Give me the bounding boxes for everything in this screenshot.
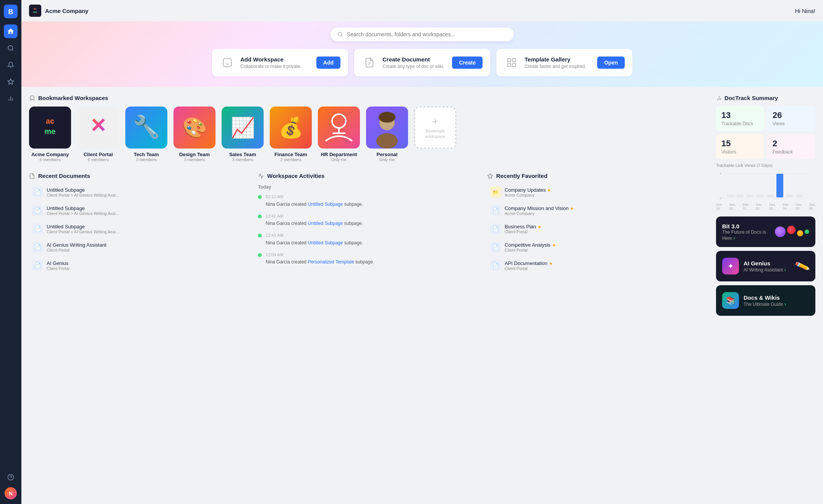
workspace-card-add-bookmark[interactable]: + Bookmarkworkspace	[414, 107, 456, 162]
open-template-button[interactable]: Open	[597, 57, 625, 69]
promo-orbs-bit30	[775, 226, 809, 237]
workspace-thumb-add: + Bookmarkworkspace	[414, 107, 456, 149]
activity-dot	[258, 195, 262, 199]
workspace-card-acme[interactable]: ac me Acme Company 6 members	[29, 107, 71, 162]
doc-path: Client Portal > AI Genius Writing Assi..…	[47, 211, 119, 216]
svg-marker-4	[8, 79, 14, 84]
workspace-card-design[interactable]: 🎨 Design Team 3 members	[173, 107, 215, 162]
create-document-card: Create Document Create any type of doc o…	[354, 49, 490, 76]
doc-icon: 📄	[32, 187, 43, 197]
fav-item-0[interactable]: 📁 Company Updates★ Acme Company	[487, 184, 708, 200]
chart-date-0: Nov29	[716, 203, 722, 210]
activity-time: 12:41 AM	[266, 232, 363, 239]
promo-card-bit30[interactable]: Bit 3.0 The Future of Docs is Here ›	[716, 216, 815, 247]
doctrack-title: DocTrack Summary	[724, 95, 778, 101]
doc-item[interactable]: 📄 Untitled Subpage Client Portal > AI Ge…	[29, 184, 250, 200]
fav-name-4: API Documentation★	[505, 260, 553, 266]
svg-point-41	[376, 133, 398, 149]
create-document-title: Create Document	[382, 56, 447, 63]
search-input[interactable]	[347, 31, 507, 37]
stat-visitors: 15 Visitors	[716, 134, 764, 159]
doc-item[interactable]: 📄 Untitled Subpage Client Portal > AI Ge…	[29, 221, 250, 236]
fav-icon-4: 📄	[490, 260, 501, 271]
workspace-card-personal[interactable]: Personal Only me	[366, 107, 408, 162]
activity-text-after: subpage.	[354, 259, 374, 265]
fav-item-3[interactable]: 📄 Competitive Analysis★ Client Portal	[487, 239, 708, 255]
svg-rect-55	[766, 194, 773, 197]
activity-text-before: Nina Garcia created	[266, 259, 308, 265]
sidebar-search-icon[interactable]	[4, 41, 18, 55]
fav-sub-3: Client Portal	[505, 248, 556, 252]
svg-line-3	[12, 49, 13, 50]
fav-icon-3: 📄	[490, 242, 501, 252]
stat-feedback: 2 Feedback	[767, 134, 815, 159]
fav-name-2: Business Plan★	[505, 224, 541, 229]
chart-date-6: Dec05	[796, 203, 802, 210]
fav-item-4[interactable]: 📄 API Documentation★ Client Portal	[487, 258, 708, 273]
activity-link[interactable]: Personalized Template	[308, 259, 354, 265]
app-logo[interactable]: B	[4, 5, 18, 18]
stat-num-visitors: 15	[721, 139, 759, 149]
sidebar-favorites-icon[interactable]	[4, 75, 18, 89]
stat-num-trackable: 13	[721, 110, 759, 120]
workspace-card-finance[interactable]: 💰 Finance Team 2 members	[270, 107, 312, 162]
workspace-card-hr[interactable]: HR Department Only me	[318, 107, 360, 162]
create-document-text: Create Document Create any type of doc o…	[382, 56, 447, 69]
doc-item[interactable]: 📄 AI Genius Writing Assistant Client Por…	[29, 239, 250, 255]
create-document-button[interactable]: Create	[452, 57, 483, 69]
activity-list: Today 01:12 AM Nina Garcia created Untit…	[258, 184, 479, 271]
user-avatar[interactable]: N	[5, 487, 17, 499]
activity-link[interactable]: Untitled Subpage	[308, 240, 343, 246]
doc-item[interactable]: 📄 AI Genius Client Portal	[29, 258, 250, 273]
svg-text:📈: 📈	[230, 116, 255, 139]
svg-point-42	[379, 112, 395, 123]
fav-item-2[interactable]: 📄 Business Plan★ Client Portal	[487, 221, 708, 236]
svg-text:ac: ac	[34, 7, 37, 10]
create-document-icon	[362, 55, 377, 70]
svg-text:0: 0	[720, 197, 722, 200]
svg-text:🔧: 🔧	[133, 114, 160, 140]
workspace-card-tech[interactable]: 🔧 Tech Team 3 members	[125, 107, 167, 162]
doc-name: Untitled Subpage	[47, 205, 119, 211]
workspace-thumb-hr	[318, 107, 360, 149]
fav-text-0: Company Updates★ Acme Company	[505, 187, 551, 197]
activity-text-after: subpage.	[343, 202, 363, 207]
promo-card-docswikis[interactable]: 📚 Docs & Wikis The Ultimate Guide ›	[716, 285, 815, 316]
add-workspace-button[interactable]: Add	[316, 57, 340, 69]
sidebar-home-icon[interactable]	[4, 24, 18, 38]
fav-item-1[interactable]: 📄 Company Mission and Vision★ Acme Compa…	[487, 203, 708, 218]
svg-rect-21	[508, 63, 511, 66]
activity-item: 12:41 AM Nina Garcia created Untitled Su…	[258, 213, 479, 227]
promo-card-aigenius[interactable]: ✦ AI Genius AI Writing Assistant › ✏️	[716, 251, 815, 281]
doc-item[interactable]: 📄 Untitled Subpage Client Portal > AI Ge…	[29, 203, 250, 218]
activity-text-before: Nina Garcia created	[266, 221, 308, 226]
activity-link[interactable]: Untitled Subpage	[308, 202, 343, 207]
svg-rect-19	[512, 59, 515, 62]
svg-rect-54	[757, 194, 763, 197]
activity-content: 12:41 AM Nina Garcia created Untitled Su…	[266, 232, 363, 246]
workspace-activities-section: Workspace Activities Today 01:12 AM Nina…	[258, 173, 479, 273]
sidebar-analytics-icon[interactable]	[4, 92, 18, 105]
add-workspace-desc: Collaborate or make it private.	[240, 64, 311, 69]
sidebar-help-icon[interactable]	[4, 470, 18, 484]
doc-name: Untitled Subpage	[47, 187, 119, 193]
action-cards: Add Workspace Collaborate or make it pri…	[212, 49, 632, 76]
chart-date-1: Nov30	[729, 203, 736, 210]
activity-dot	[258, 234, 262, 237]
activity-link[interactable]: Untitled Subpage	[308, 221, 343, 226]
chart-area: 1 0	[716, 171, 815, 201]
workspace-sub-finance: 2 members	[280, 157, 301, 162]
promo-title-aigenius: AI Genius	[744, 260, 791, 267]
workspace-thumb-design: 🎨	[173, 107, 215, 149]
workspace-name-personal: Personal	[377, 152, 398, 157]
workspace-card-client[interactable]: ✕ Client Portal 6 members	[77, 107, 119, 162]
sidebar-notifications-icon[interactable]	[4, 58, 18, 72]
chart-svg: 1 0	[716, 171, 815, 201]
template-gallery-desc: Create faster and get inspired.	[525, 64, 592, 69]
activity-item: 12:04 AM Nina Garcia created Personalize…	[258, 252, 479, 266]
workspace-card-sales[interactable]: 📈 Sales Team 3 members	[222, 107, 264, 162]
template-gallery-card: Template Gallery Create faster and get i…	[496, 49, 632, 76]
doc-icon: 📄	[32, 223, 43, 234]
workspace-name-finance: Finance Team	[274, 152, 307, 157]
fav-text-4: API Documentation★ Client Portal	[505, 260, 553, 271]
